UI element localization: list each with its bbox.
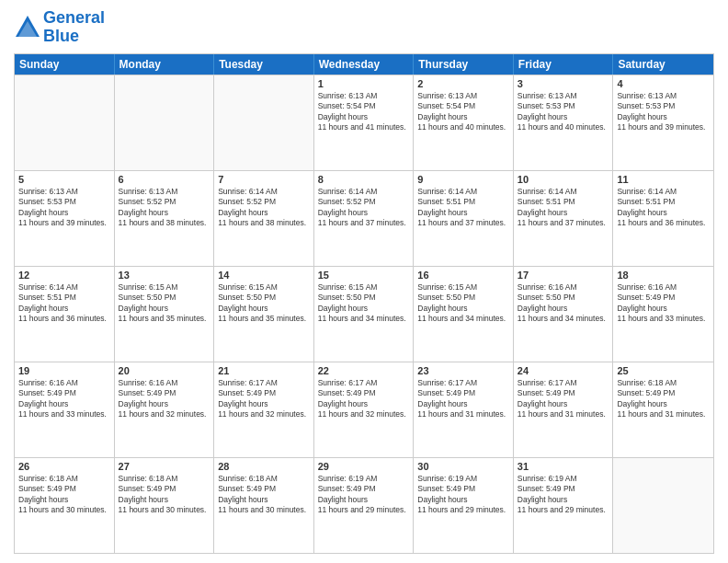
day-number: 26 (18, 461, 110, 472)
day-number: 22 (318, 365, 410, 376)
cell-info: Sunrise: 6:13 AMSunset: 5:53 PMDaylight … (18, 187, 110, 229)
cell-info: Sunrise: 6:14 AMSunset: 5:51 PMDaylight … (518, 187, 609, 229)
day-cell-16: 16Sunrise: 6:15 AMSunset: 5:50 PMDayligh… (414, 267, 514, 362)
day-number: 15 (318, 270, 410, 281)
calendar-header: SundayMondayTuesdayWednesdayThursdayFrid… (15, 54, 713, 75)
day-number: 10 (518, 174, 609, 185)
calendar: SundayMondayTuesdayWednesdayThursdayFrid… (14, 53, 714, 554)
day-number: 4 (617, 78, 710, 89)
logo-text: General Blue (43, 9, 105, 46)
logo-icon (14, 14, 41, 41)
day-cell-31: 31Sunrise: 6:19 AMSunset: 5:49 PMDayligh… (514, 458, 614, 553)
page: General Blue SundayMondayTuesdayWednesda… (0, 0, 728, 563)
day-cell-14: 14Sunrise: 6:15 AMSunset: 5:50 PMDayligh… (214, 267, 314, 362)
day-number: 11 (617, 174, 710, 185)
cell-info: Sunrise: 6:13 AMSunset: 5:54 PMDaylight … (417, 91, 509, 133)
weekday-header-monday: Monday (115, 54, 215, 75)
cell-info: Sunrise: 6:14 AMSunset: 5:52 PMDaylight … (318, 187, 410, 229)
day-cell-12: 12Sunrise: 6:14 AMSunset: 5:51 PMDayligh… (15, 267, 115, 362)
day-cell-18: 18Sunrise: 6:16 AMSunset: 5:49 PMDayligh… (613, 267, 713, 362)
day-cell-5: 5Sunrise: 6:13 AMSunset: 5:53 PMDaylight… (15, 171, 115, 266)
day-number: 2 (417, 78, 509, 89)
day-cell-15: 15Sunrise: 6:15 AMSunset: 5:50 PMDayligh… (314, 267, 415, 362)
cell-info: Sunrise: 6:14 AMSunset: 5:51 PMDaylight … (617, 187, 710, 229)
empty-cell-0-2 (214, 75, 314, 170)
day-cell-4: 4Sunrise: 6:13 AMSunset: 5:53 PMDaylight… (613, 75, 713, 170)
day-cell-25: 25Sunrise: 6:18 AMSunset: 5:49 PMDayligh… (613, 362, 713, 457)
weekday-header-friday: Friday (514, 54, 614, 75)
day-number: 14 (218, 270, 310, 281)
cell-info: Sunrise: 6:17 AMSunset: 5:49 PMDaylight … (417, 378, 509, 420)
day-cell-27: 27Sunrise: 6:18 AMSunset: 5:49 PMDayligh… (115, 458, 215, 553)
cell-info: Sunrise: 6:18 AMSunset: 5:49 PMDaylight … (218, 474, 310, 516)
day-cell-2: 2Sunrise: 6:13 AMSunset: 5:54 PMDaylight… (414, 75, 514, 170)
day-number: 7 (218, 174, 310, 185)
cell-info: Sunrise: 6:18 AMSunset: 5:49 PMDaylight … (18, 474, 110, 516)
weekday-header-wednesday: Wednesday (314, 54, 415, 75)
day-number: 5 (18, 174, 110, 185)
weekday-header-tuesday: Tuesday (214, 54, 314, 75)
calendar-row-2: 12Sunrise: 6:14 AMSunset: 5:51 PMDayligh… (15, 266, 713, 362)
cell-info: Sunrise: 6:19 AMSunset: 5:49 PMDaylight … (518, 474, 609, 516)
cell-info: Sunrise: 6:15 AMSunset: 5:50 PMDaylight … (417, 282, 509, 325)
day-number: 19 (18, 365, 110, 376)
day-cell-19: 19Sunrise: 6:16 AMSunset: 5:49 PMDayligh… (15, 362, 115, 457)
cell-info: Sunrise: 6:17 AMSunset: 5:49 PMDaylight … (518, 378, 609, 420)
cell-info: Sunrise: 6:16 AMSunset: 5:50 PMDaylight … (518, 282, 609, 325)
cell-info: Sunrise: 6:16 AMSunset: 5:49 PMDaylight … (119, 378, 210, 420)
day-number: 17 (518, 270, 609, 281)
cell-info: Sunrise: 6:17 AMSunset: 5:49 PMDaylight … (218, 378, 310, 420)
day-number: 3 (518, 78, 609, 89)
day-number: 23 (417, 365, 509, 376)
day-number: 29 (318, 461, 410, 472)
day-cell-6: 6Sunrise: 6:13 AMSunset: 5:52 PMDaylight… (115, 171, 215, 266)
day-cell-22: 22Sunrise: 6:17 AMSunset: 5:49 PMDayligh… (314, 362, 415, 457)
day-number: 24 (518, 365, 609, 376)
day-cell-11: 11Sunrise: 6:14 AMSunset: 5:51 PMDayligh… (613, 171, 713, 266)
day-cell-10: 10Sunrise: 6:14 AMSunset: 5:51 PMDayligh… (514, 171, 614, 266)
cell-info: Sunrise: 6:14 AMSunset: 5:51 PMDaylight … (417, 187, 509, 229)
empty-cell-0-0 (15, 75, 115, 170)
day-cell-9: 9Sunrise: 6:14 AMSunset: 5:51 PMDaylight… (414, 171, 514, 266)
day-number: 1 (318, 78, 410, 89)
day-number: 21 (218, 365, 310, 376)
day-number: 27 (119, 461, 210, 472)
cell-info: Sunrise: 6:14 AMSunset: 5:52 PMDaylight … (218, 187, 310, 229)
day-cell-24: 24Sunrise: 6:17 AMSunset: 5:49 PMDayligh… (514, 362, 614, 457)
day-number: 20 (119, 365, 210, 376)
day-cell-21: 21Sunrise: 6:17 AMSunset: 5:49 PMDayligh… (214, 362, 314, 457)
day-cell-1: 1Sunrise: 6:13 AMSunset: 5:54 PMDaylight… (314, 75, 415, 170)
day-number: 9 (417, 174, 509, 185)
day-cell-17: 17Sunrise: 6:16 AMSunset: 5:50 PMDayligh… (514, 267, 614, 362)
cell-info: Sunrise: 6:17 AMSunset: 5:49 PMDaylight … (318, 378, 410, 420)
weekday-header-saturday: Saturday (613, 54, 713, 75)
cell-info: Sunrise: 6:13 AMSunset: 5:53 PMDaylight … (518, 91, 609, 133)
cell-info: Sunrise: 6:19 AMSunset: 5:49 PMDaylight … (318, 474, 410, 516)
logo: General Blue (14, 9, 105, 46)
day-number: 28 (218, 461, 310, 472)
calendar-row-4: 26Sunrise: 6:18 AMSunset: 5:49 PMDayligh… (15, 457, 713, 553)
day-cell-28: 28Sunrise: 6:18 AMSunset: 5:49 PMDayligh… (214, 458, 314, 553)
empty-cell-0-1 (115, 75, 215, 170)
day-number: 25 (617, 365, 710, 376)
cell-info: Sunrise: 6:16 AMSunset: 5:49 PMDaylight … (617, 282, 710, 325)
calendar-row-1: 5Sunrise: 6:13 AMSunset: 5:53 PMDaylight… (15, 170, 713, 266)
day-cell-23: 23Sunrise: 6:17 AMSunset: 5:49 PMDayligh… (414, 362, 514, 457)
cell-info: Sunrise: 6:13 AMSunset: 5:52 PMDaylight … (119, 187, 210, 229)
day-cell-26: 26Sunrise: 6:18 AMSunset: 5:49 PMDayligh… (15, 458, 115, 553)
calendar-row-0: 1Sunrise: 6:13 AMSunset: 5:54 PMDaylight… (15, 75, 713, 170)
day-cell-8: 8Sunrise: 6:14 AMSunset: 5:52 PMDaylight… (314, 171, 415, 266)
day-number: 8 (318, 174, 410, 185)
header: General Blue (14, 9, 714, 46)
cell-info: Sunrise: 6:19 AMSunset: 5:49 PMDaylight … (417, 474, 509, 516)
calendar-row-3: 19Sunrise: 6:16 AMSunset: 5:49 PMDayligh… (15, 362, 713, 457)
cell-info: Sunrise: 6:18 AMSunset: 5:49 PMDaylight … (617, 378, 710, 420)
day-number: 6 (119, 174, 210, 185)
day-number: 31 (518, 461, 609, 472)
day-cell-13: 13Sunrise: 6:15 AMSunset: 5:50 PMDayligh… (115, 267, 215, 362)
day-cell-3: 3Sunrise: 6:13 AMSunset: 5:53 PMDaylight… (514, 75, 614, 170)
cell-info: Sunrise: 6:15 AMSunset: 5:50 PMDaylight … (218, 282, 310, 325)
day-cell-7: 7Sunrise: 6:14 AMSunset: 5:52 PMDaylight… (214, 171, 314, 266)
day-cell-30: 30Sunrise: 6:19 AMSunset: 5:49 PMDayligh… (414, 458, 514, 553)
empty-cell-4-6 (613, 458, 713, 553)
